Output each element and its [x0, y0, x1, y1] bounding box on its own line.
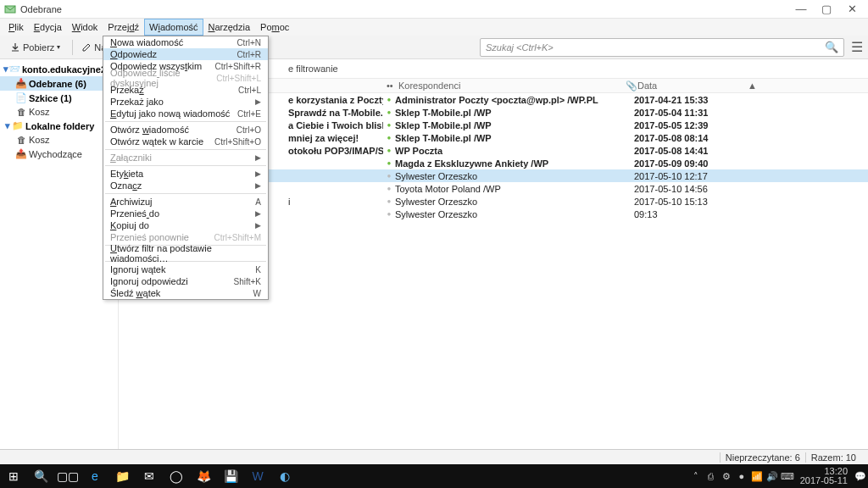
menu-item[interactable]: Oznacz▶ — [103, 180, 268, 191]
sort-indicator[interactable]: ▲ — [744, 80, 756, 91]
tray-icon[interactable]: ● — [734, 471, 749, 481]
get-mail-button[interactable]: Pobierz ▾ — [5, 41, 65, 54]
folder-icon: 📁 — [12, 120, 24, 131]
menu-pomoc[interactable]: Pomoc — [255, 19, 294, 36]
menu-item[interactable]: Śledź wątekW — [103, 287, 268, 299]
attachment-column[interactable]: 📎 — [622, 80, 634, 92]
minimize-button[interactable]: — — [788, 1, 814, 18]
menu-wiadomość[interactable]: Wiadomość — [144, 19, 203, 36]
menu-plik[interactable]: Plik — [3, 19, 29, 36]
outbox-icon: 📤 — [15, 148, 27, 159]
inbox-icon: 📥 — [15, 78, 27, 89]
twisty-open-icon[interactable]: ▾ — [3, 120, 12, 131]
search-input[interactable]: Szukaj <Ctrl+K> 🔍 — [480, 38, 844, 57]
mail-app-icon[interactable]: ✉ — [136, 464, 163, 488]
message-correspondent: WP Poczta — [395, 146, 622, 156]
menu-item[interactable]: ArchiwizujA — [103, 196, 268, 208]
message-correspondent: Sklep T-Mobile.pl /WP — [395, 108, 622, 118]
date-column[interactable]: Data — [634, 80, 744, 91]
word-icon[interactable]: W — [244, 464, 271, 488]
tray-up-icon[interactable]: ˄ — [688, 471, 704, 482]
app-menu-button[interactable]: ☰ — [851, 39, 863, 55]
start-button[interactable]: ⊞ — [0, 464, 27, 488]
message-menu-dropdown: Nowa wiadomośćCtrl+NOdpowiedzCtrl+ROdpow… — [103, 36, 269, 300]
menu-item[interactable]: Etykieta▶ — [103, 168, 268, 180]
menu-przejdź[interactable]: Przejdź — [103, 19, 144, 36]
menu-item[interactable]: Przekaż jako▶ — [103, 96, 268, 108]
message-correspondent: Toyota Motor Poland /WP — [395, 184, 622, 194]
menu-separator — [105, 149, 266, 150]
correspondents-column[interactable]: Korespondenci — [395, 80, 622, 91]
message-date: 2017-04-21 15:33 — [634, 95, 753, 105]
trash-folder[interactable]: 🗑 Kosz — [0, 105, 118, 119]
read-status-dot: ● — [383, 159, 395, 167]
menu-item: Odpowiedz liście dyskusyjnejCtrl+Shift+L — [103, 72, 268, 84]
task-view-icon[interactable]: ▢▢ — [54, 464, 81, 488]
chrome-icon[interactable]: ◯ — [163, 464, 190, 488]
inbox-folder[interactable]: 📥 Odebrane (6) — [0, 76, 118, 91]
menu-item[interactable]: PrzekażCtrl+L — [103, 84, 268, 96]
close-button[interactable]: ✕ — [839, 1, 865, 18]
message-correspondent: Sylwester Orzeszko — [395, 209, 622, 219]
menu-item[interactable]: Utwórz filtr na podstawie wiadomości… — [103, 247, 268, 259]
account-row[interactable]: ▾ 📨 konto.edukacyjne2@wp. — [0, 62, 118, 76]
windows-taskbar: ⊞ 🔍 ▢▢ e 📁 ✉ ◯ 🦊 💾 W ◐ ˄ ⎙ ⚙ ● 📶 🔊 ⌨ 13:… — [0, 464, 868, 488]
menu-item[interactable]: Nowa wiadomośćCtrl+N — [103, 36, 268, 48]
menu-item[interactable]: Edytuj jako nową wiadomośćCtrl+E — [103, 108, 268, 119]
menu-item[interactable]: Otwórz wątek w karcieCtrl+Shift+O — [103, 136, 268, 147]
menu-item[interactable]: Ignoruj odpowiedziShift+K — [103, 275, 268, 287]
unread-count: Nieprzeczytane: 6 — [720, 452, 805, 463]
drafts-folder[interactable]: 📄 Szkice (1) — [0, 91, 118, 105]
message-date: 2017-05-04 11:31 — [634, 108, 753, 118]
menu-item[interactable]: Kopiuj do▶ — [103, 219, 268, 231]
read-status-dot: ● — [383, 147, 395, 154]
message-date: 2017-05-10 12:17 — [634, 171, 753, 181]
read-status-dot: ● — [383, 185, 395, 192]
message-date: 2017-05-08 08:14 — [634, 133, 753, 143]
menu-narzędzia[interactable]: Narzędzia — [203, 19, 256, 36]
notifications-icon[interactable]: 💬 — [853, 471, 868, 482]
read-status-dot: ● — [383, 210, 395, 218]
message-correspondent: Magda z Ekskluzywne Ankiety /WP — [395, 158, 622, 169]
menu-item[interactable]: Otwórz wiadomośćCtrl+O — [103, 124, 268, 136]
taskbar-clock[interactable]: 13:20 2017-05-11 — [795, 467, 853, 485]
menu-edycja[interactable]: Edycja — [29, 19, 67, 36]
trash-folder-local[interactable]: 🗑 Kosz — [0, 133, 118, 147]
read-status-column[interactable]: •• — [383, 80, 395, 91]
read-status-dot: ● — [383, 96, 395, 103]
thunderbird-icon[interactable]: ◐ — [271, 464, 298, 488]
save-icon[interactable]: 💾 — [217, 464, 244, 488]
message-date: 2017-05-10 14:56 — [634, 184, 753, 194]
outgoing-folder[interactable]: 📤 Wychodzące — [0, 147, 118, 161]
message-correspondent: Sklep T-Mobile.pl /WP — [395, 133, 622, 143]
read-status-dot: ● — [383, 172, 395, 180]
trash-icon: 🗑 — [15, 135, 27, 145]
read-status-dot: ● — [383, 134, 395, 141]
explorer-icon[interactable]: 📁 — [108, 464, 136, 488]
local-folders-row[interactable]: ▾ 📁 Lokalne foldery — [0, 119, 118, 133]
menu-item[interactable]: OdpowiedzCtrl+R — [103, 48, 268, 60]
menu-item[interactable]: Ignoruj wątekK — [103, 263, 268, 275]
system-tray: ˄ ⎙ ⚙ ● 📶 🔊 ⌨ 13:20 2017-05-11 💬 — [688, 467, 868, 485]
message-correspondent: Sylwester Orzeszko — [395, 197, 622, 207]
firefox-icon[interactable]: 🦊 — [190, 464, 217, 488]
compose-icon — [81, 42, 92, 53]
menu-separator — [105, 121, 266, 122]
edge-icon[interactable]: e — [81, 464, 108, 488]
tray-icon[interactable]: ⎙ — [704, 471, 719, 481]
network-icon[interactable]: 📶 — [749, 471, 765, 482]
volume-icon[interactable]: 🔊 — [765, 471, 780, 482]
read-status-dot: ● — [383, 121, 395, 129]
maximize-button[interactable]: ▢ — [814, 1, 839, 18]
search-taskbar-icon[interactable]: 🔍 — [27, 464, 54, 488]
folder-sidebar: ▾ 📨 konto.edukacyjne2@wp. 📥 Odebrane (6)… — [0, 59, 119, 449]
mail-icon: 📨 — [8, 64, 20, 75]
search-icon[interactable]: 🔍 — [825, 41, 838, 53]
drafts-icon: 📄 — [15, 92, 27, 103]
tray-icon[interactable]: ⚙ — [719, 471, 734, 482]
status-bar: Nieprzeczytane: 6 Razem: 10 — [0, 449, 868, 464]
keyboard-icon[interactable]: ⌨ — [780, 471, 795, 482]
message-correspondent: Sklep T-Mobile.pl /WP — [395, 120, 622, 130]
menu-widok[interactable]: Widok — [67, 19, 103, 36]
menu-item[interactable]: Przenieś do▶ — [103, 208, 268, 219]
